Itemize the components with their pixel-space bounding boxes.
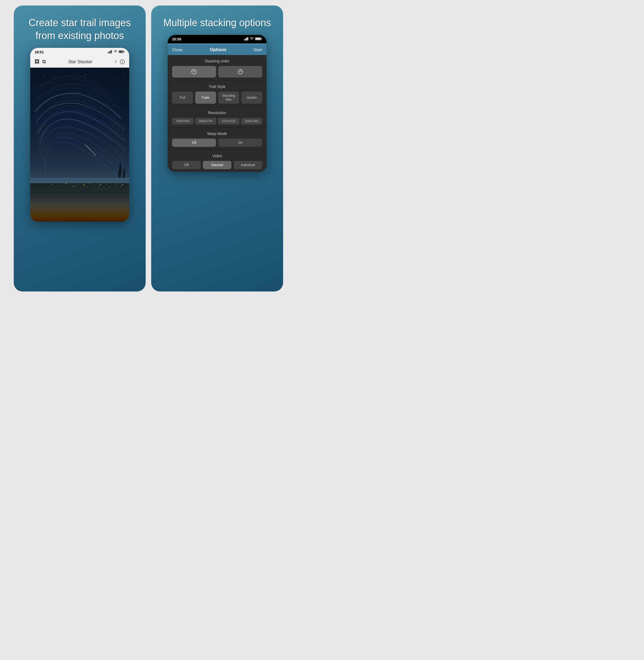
left-panel: Create star trail images from existing p… xyxy=(14,5,146,291)
svg-point-42 xyxy=(98,186,99,187)
warp-mode-buttons: Off On xyxy=(172,139,262,147)
right-panel: Multiple stacking options 20:59 xyxy=(151,5,283,291)
svg-point-40 xyxy=(87,186,88,187)
right-signal-icon xyxy=(244,37,249,41)
wifi-icon xyxy=(114,50,117,54)
svg-point-16 xyxy=(74,79,74,79)
svg-point-32 xyxy=(111,185,112,185)
trail-shooting-star-button[interactable]: Shooting Star xyxy=(218,92,239,104)
trail-style-buttons: Full Fade Shooting Star Javelin xyxy=(172,92,262,104)
svg-point-38 xyxy=(74,186,75,187)
svg-rect-47 xyxy=(30,192,129,222)
svg-rect-51 xyxy=(247,37,248,40)
svg-rect-3 xyxy=(111,50,112,53)
left-nav-bar: 🖼 ⧉ Star Stacker ↑ ⓘ xyxy=(30,57,129,68)
video-title: Video xyxy=(172,154,262,158)
gallery-icon[interactable]: 🖼 xyxy=(34,59,40,65)
nav-title: Star Stacker xyxy=(68,60,92,64)
left-time: 19:51 xyxy=(34,50,44,54)
svg-point-17 xyxy=(52,83,52,83)
svg-point-36 xyxy=(62,186,62,187)
svg-point-12 xyxy=(85,74,86,74)
trail-style-title: Trail Style xyxy=(172,84,262,89)
stacking-forward-button[interactable] xyxy=(172,66,216,78)
res-5688-button[interactable]: 5688x3794 xyxy=(195,118,216,125)
signal-icon xyxy=(108,50,112,54)
video-off-button[interactable]: Off xyxy=(172,161,201,169)
trail-javelin-button[interactable]: Javelin xyxy=(241,92,262,104)
left-status-bar: 19:51 xyxy=(30,48,129,57)
left-nav-icons-right: ↑ ⓘ xyxy=(115,59,125,65)
trail-full-button[interactable]: Full xyxy=(172,92,193,104)
svg-point-30 xyxy=(100,184,101,185)
resolution-title: Resolution xyxy=(172,111,262,115)
svg-point-22 xyxy=(52,184,53,185)
trail-fade-button[interactable]: Fade xyxy=(195,92,216,104)
svg-rect-53 xyxy=(256,38,260,40)
res-3792-button[interactable]: 3792x2529 xyxy=(218,118,239,125)
svg-point-33 xyxy=(117,184,117,184)
stacking-backward-button[interactable] xyxy=(218,66,262,78)
svg-point-46 xyxy=(120,186,121,187)
video-individual-button[interactable]: Individual xyxy=(234,161,262,169)
video-buttons: Off Stacked Individual xyxy=(172,161,262,169)
svg-rect-54 xyxy=(261,39,262,39)
stack-icon[interactable]: ⧉ xyxy=(42,59,46,65)
svg-point-24 xyxy=(65,183,67,184)
left-nav-icons-left: 🖼 ⧉ xyxy=(34,59,46,65)
warp-on-button[interactable]: On xyxy=(218,139,262,147)
svg-point-44 xyxy=(109,186,110,188)
svg-point-10 xyxy=(44,75,44,76)
right-phone-mockup: 20:59 xyxy=(168,35,267,172)
svg-rect-5 xyxy=(119,51,123,52)
right-panel-title: Multiple stacking options xyxy=(152,5,282,35)
warp-off-button[interactable]: Off xyxy=(172,139,216,147)
right-status-icons xyxy=(244,37,262,41)
right-battery-icon xyxy=(255,37,262,41)
resolution-section: Resolution 7585x5059 5688x3794 3792x2529… xyxy=(168,107,267,128)
right-status-bar: 20:59 xyxy=(168,35,267,43)
svg-rect-2 xyxy=(110,51,111,53)
svg-point-27 xyxy=(83,184,85,185)
svg-rect-50 xyxy=(246,38,247,40)
trail-style-section: Trail Style Full Fade Shooting Star Jave… xyxy=(168,81,267,107)
svg-point-15 xyxy=(123,73,124,73)
stacking-order-buttons xyxy=(172,66,262,78)
svg-point-26 xyxy=(78,184,78,184)
left-phone-mockup: 19:51 xyxy=(30,48,129,222)
svg-point-23 xyxy=(58,185,58,185)
svg-point-28 xyxy=(89,183,90,184)
close-button[interactable]: Close xyxy=(172,47,183,52)
svg-point-41 xyxy=(93,187,93,188)
res-7585-button[interactable]: 7585x5059 xyxy=(172,118,193,125)
star-trail-image xyxy=(30,68,129,222)
options-nav-bar: Close Options Start xyxy=(168,45,267,55)
svg-point-34 xyxy=(122,184,123,185)
video-stacked-button[interactable]: Stacked xyxy=(203,161,231,169)
res-2048-button[interactable]: 2048x1365 xyxy=(241,118,262,125)
resolution-buttons: 7585x5059 5688x3794 3792x2529 2048x1365 xyxy=(172,118,262,125)
svg-rect-48 xyxy=(244,39,245,40)
info-icon[interactable]: ⓘ xyxy=(120,59,125,65)
stacking-order-title: Stacking order xyxy=(172,59,262,63)
svg-point-35 xyxy=(55,187,55,188)
svg-rect-0 xyxy=(108,52,109,53)
svg-point-13 xyxy=(107,70,108,71)
battery-icon xyxy=(119,50,125,54)
svg-rect-49 xyxy=(245,39,246,40)
right-time: 20:59 xyxy=(172,37,181,41)
svg-rect-6 xyxy=(124,51,125,52)
svg-point-11 xyxy=(63,71,64,72)
start-button[interactable]: Start xyxy=(253,47,262,52)
stacking-order-section: Stacking order xyxy=(168,55,267,81)
options-content: Stacking order xyxy=(168,55,267,172)
svg-point-31 xyxy=(106,183,106,184)
warp-mode-title: Warp Mode xyxy=(172,131,262,136)
svg-rect-1 xyxy=(109,51,110,53)
warp-mode-section: Warp Mode Off On xyxy=(168,128,267,150)
left-panel-title: Create star trail images from existing p… xyxy=(14,5,146,48)
svg-point-37 xyxy=(68,188,69,188)
svg-point-45 xyxy=(115,187,115,188)
share-icon[interactable]: ↑ xyxy=(115,59,117,65)
options-title: Options xyxy=(210,47,226,52)
